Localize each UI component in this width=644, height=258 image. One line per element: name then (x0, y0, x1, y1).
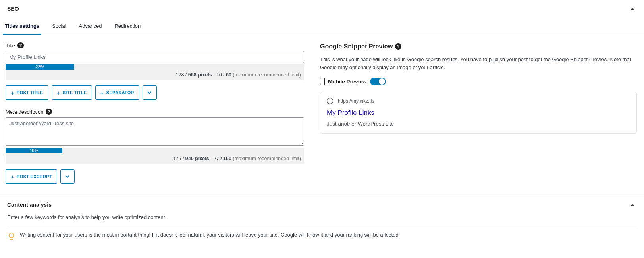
help-icon[interactable]: ? (17, 42, 24, 48)
snippet-preview-heading: Google Snippet Preview ? (320, 43, 637, 50)
collapse-toggle-icon[interactable] (631, 204, 634, 206)
separator-button[interactable]: +SEPARATOR (95, 85, 139, 100)
content-analysis-hint: Writing content for your users is the mo… (20, 232, 400, 238)
chevron-down-icon (66, 174, 69, 178)
seo-panel-title: SEO (7, 6, 19, 12)
help-icon[interactable]: ? (395, 43, 401, 50)
title-progress: 23% 128 / 568 pixels - 16 / 60 (maximum … (6, 64, 304, 80)
meta-more-button[interactable] (60, 169, 75, 184)
collapse-toggle-icon[interactable] (631, 8, 634, 10)
title-input[interactable] (6, 51, 304, 63)
tab-social[interactable]: Social (51, 21, 67, 35)
meta-progress-bar: 19% (6, 148, 62, 153)
tab-advanced[interactable]: Advanced (78, 21, 103, 35)
snippet-description: Just another WordPress site (327, 121, 630, 127)
snippet-url: https://mylinkz.tk/ (338, 98, 374, 104)
mobile-device-icon (320, 78, 325, 85)
meta-desc-input[interactable] (6, 117, 304, 146)
post-title-button[interactable]: +POST TITLE (6, 85, 48, 100)
google-snippet-card: https://mylinkz.tk/ My Profile Links Jus… (320, 92, 637, 134)
plus-icon: + (100, 89, 104, 96)
title-progress-bar: 23% (6, 64, 74, 70)
lightbulb-icon (9, 233, 14, 238)
content-analysis-prompt: Enter a few keywords for analysis to hel… (7, 214, 637, 220)
mobile-preview-label: Mobile Preview (328, 79, 367, 85)
chevron-down-icon (148, 90, 152, 94)
tab-redirection[interactable]: Redirection (114, 21, 141, 35)
title-label: Title (6, 43, 15, 48)
snippet-title: My Profile Links (327, 109, 630, 117)
meta-limit-text: 176 / 940 pixels - 27 / 160 (maximum rec… (6, 153, 304, 164)
seo-tabs: Titles settings Social Advanced Redirect… (0, 15, 644, 35)
content-analysis-heading: Content analysis (7, 202, 52, 208)
site-title-button[interactable]: +SITE TITLE (52, 85, 92, 100)
tab-titles-settings[interactable]: Titles settings (4, 21, 40, 35)
meta-progress: 19% 176 / 940 pixels - 27 / 160 (maximum… (6, 148, 304, 164)
meta-desc-label: Meta description (6, 109, 43, 115)
plus-icon: + (11, 89, 14, 96)
plus-icon: + (57, 89, 60, 96)
title-more-button[interactable] (143, 85, 157, 100)
title-limit-text: 128 / 568 pixels - 16 / 60 (maximum reco… (6, 70, 304, 80)
help-icon[interactable]: ? (46, 109, 52, 115)
post-excerpt-button[interactable]: +POST EXCERPT (6, 169, 57, 184)
snippet-preview-desc: This is what your page will look like in… (320, 56, 637, 71)
mobile-preview-toggle[interactable] (370, 78, 386, 85)
plus-icon: + (11, 173, 14, 180)
globe-icon (327, 98, 333, 104)
